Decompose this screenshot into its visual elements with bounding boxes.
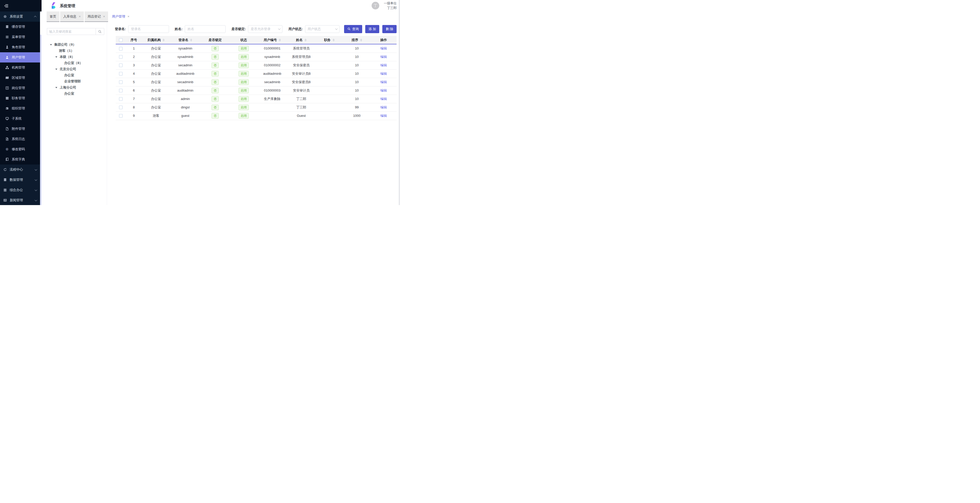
sidebar-item[interactable]: 区域管理 xyxy=(0,73,40,83)
row-checkbox[interactable] xyxy=(119,47,123,51)
name-input[interactable] xyxy=(185,25,226,33)
search-icon[interactable] xyxy=(95,28,104,35)
user-box[interactable]: 丁 一级单位 丁三郎 xyxy=(372,1,396,10)
tab-入库信息[interactable]: 入库信息× xyxy=(60,11,84,22)
edit-link[interactable]: 编辑 xyxy=(380,72,387,75)
page-scrollbar[interactable] xyxy=(399,0,399,205)
tree-expand-icon[interactable] xyxy=(50,44,52,45)
sidebar-item[interactable]: 角色管理 xyxy=(0,42,40,52)
select-all-checkbox[interactable] xyxy=(119,38,123,42)
row-checkbox[interactable] xyxy=(119,105,123,109)
sidebar-group-1[interactable]: 流程中心 xyxy=(0,164,40,175)
avatar[interactable]: 丁 xyxy=(372,2,379,10)
row-checkbox[interactable] xyxy=(119,80,123,84)
sort-icon[interactable] xyxy=(305,39,307,42)
edit-link[interactable]: 编辑 xyxy=(380,105,387,109)
sidebar-item[interactable]: 系统字典 xyxy=(0,154,40,164)
edit-link[interactable]: 编辑 xyxy=(380,46,387,50)
cell-checkbox xyxy=(116,86,126,95)
tree-node[interactable]: 集团公司（9） xyxy=(47,42,104,48)
row-checkbox[interactable] xyxy=(119,72,123,75)
locked-select[interactable]: 是否允许登录 xyxy=(248,25,282,33)
sidebar-item[interactable]: 子系统 xyxy=(0,113,40,124)
col-org[interactable]: 归属机构 xyxy=(142,36,170,44)
row-checkbox[interactable] xyxy=(119,64,123,67)
tree-node-label: 游客（1） xyxy=(59,48,74,53)
cell-locked: 否 xyxy=(200,44,230,53)
tree-node[interactable]: 北京分公司 xyxy=(47,66,104,72)
sidebar-submenu: 缓存管理菜单管理角色管理用户管理机构管理区域管理岗位管理职务管理组织管理子系统附… xyxy=(0,22,40,164)
add-button[interactable]: 添 加 xyxy=(365,25,380,33)
sort-icon[interactable] xyxy=(360,39,362,42)
close-icon[interactable]: × xyxy=(103,15,105,18)
row-checkbox[interactable] xyxy=(119,114,123,118)
sidebar-item[interactable]: ®修改密码 xyxy=(0,144,40,154)
cell-sort: 10 xyxy=(343,53,371,61)
tree-node[interactable]: 办公室 xyxy=(47,72,104,78)
row-checkbox[interactable] xyxy=(119,89,123,92)
status-select[interactable]: 用户状态 xyxy=(305,25,339,33)
sidebar-item[interactable]: 系统日志 xyxy=(0,134,40,144)
tree-expand-icon[interactable] xyxy=(55,69,57,70)
cell-login: auditadmin xyxy=(170,86,200,95)
tab-首页[interactable]: 首页 xyxy=(47,11,59,22)
table-row: 5办公室secadminb否启用secadminb安全保密员B10编辑 xyxy=(116,78,396,86)
sidebar-item[interactable]: 缓存管理 xyxy=(0,22,40,32)
sidebar-item-label: 缓存管理 xyxy=(12,24,25,29)
sort-icon[interactable] xyxy=(332,39,335,42)
sidebar-group-3[interactable]: 综合办公 xyxy=(0,185,40,195)
close-icon[interactable]: × xyxy=(127,15,129,18)
tree-node[interactable]: 办公室 xyxy=(47,91,104,97)
cell-seq: 9 xyxy=(126,112,142,120)
col-user_no[interactable]: 用户编号 xyxy=(258,36,287,44)
login-input[interactable] xyxy=(128,25,169,33)
sidebar-item[interactable]: 组织管理 xyxy=(0,103,40,113)
row-checkbox[interactable] xyxy=(119,55,123,59)
sort-icon[interactable] xyxy=(190,39,192,42)
cell-duty xyxy=(315,112,343,120)
delete-button[interactable]: 删 除 xyxy=(382,25,396,33)
collapse-sidebar-icon[interactable] xyxy=(4,3,9,8)
edit-link[interactable]: 编辑 xyxy=(380,80,387,84)
tab-用户管理[interactable]: 用户管理× xyxy=(109,11,132,22)
edit-link[interactable]: 编辑 xyxy=(380,114,387,118)
sidebar-item[interactable]: 机构管理 xyxy=(0,62,40,73)
sidebar-item[interactable]: 附件管理 xyxy=(0,124,40,134)
login-label: 登录名: xyxy=(115,27,126,31)
query-button[interactable]: 查询 xyxy=(344,25,362,33)
col-sort[interactable]: 排序 xyxy=(343,36,371,44)
tree-expand-icon[interactable] xyxy=(55,87,57,88)
sidebar-item-label: 区域管理 xyxy=(12,75,25,80)
tree-node-label: 集团公司（9） xyxy=(54,42,76,47)
tree-node[interactable]: 企业管理部 xyxy=(47,78,104,85)
sidebar-group-2[interactable]: 数据管理 xyxy=(0,175,40,185)
sidebar-item[interactable]: 用户管理 xyxy=(0,52,40,62)
tree-search-input[interactable] xyxy=(47,28,95,35)
sidebar-item-label: 附件管理 xyxy=(12,126,25,131)
tree-node[interactable]: 本级（8） xyxy=(47,54,104,60)
edit-link[interactable]: 编辑 xyxy=(380,63,387,67)
col-duty[interactable]: 职务 xyxy=(315,36,343,44)
row-checkbox[interactable] xyxy=(119,97,123,101)
tab-用品登记[interactable]: 用品登记× xyxy=(84,11,108,22)
table-row: 1办公室sysadmin否启用010000001系统管理员10编辑 xyxy=(116,44,396,53)
sort-icon[interactable] xyxy=(279,39,281,42)
tree-expand-icon[interactable] xyxy=(55,56,57,57)
cell-locked: 否 xyxy=(200,61,230,69)
sidebar-item[interactable]: 菜单管理 xyxy=(0,32,40,42)
edit-link[interactable]: 编辑 xyxy=(380,88,387,92)
tree-node[interactable]: 上海分公司 xyxy=(47,85,104,91)
tree-node[interactable]: 游客（1） xyxy=(47,48,104,54)
close-icon[interactable]: × xyxy=(79,15,81,18)
tree-node[interactable]: 办公室（8） xyxy=(47,60,104,66)
sidebar-group-4[interactable]: 新闻管理 xyxy=(0,195,40,205)
edit-link[interactable]: 编辑 xyxy=(380,55,387,59)
edit-link[interactable]: 编辑 xyxy=(380,97,387,101)
sidebar-item[interactable]: 岗位管理 xyxy=(0,83,40,93)
sidebar-item[interactable]: 职务管理 xyxy=(0,93,40,103)
col-name[interactable]: 姓名 xyxy=(287,36,315,44)
sort-icon[interactable] xyxy=(162,39,165,42)
sidebar-group-0[interactable]: 系统设置 xyxy=(0,11,40,22)
gear-icon xyxy=(3,15,7,19)
col-login[interactable]: 登录名 xyxy=(170,36,200,44)
